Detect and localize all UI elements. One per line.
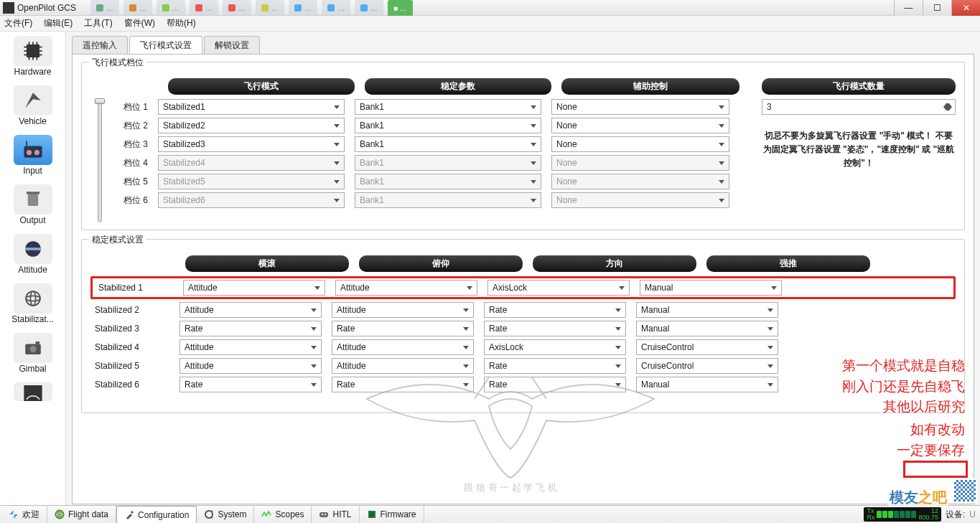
- sidebar-item-output[interactable]: Output: [0, 180, 65, 230]
- sidebar-item-stabilization[interactable]: Stabilizat...: [0, 279, 65, 329]
- yaw-combo[interactable]: Rate: [484, 302, 626, 318]
- roll-combo[interactable]: Attitude: [179, 339, 322, 355]
- yaw-combo[interactable]: Rate: [484, 377, 626, 392]
- menu-help[interactable]: 帮助(H): [167, 17, 196, 29]
- thrust-combo[interactable]: Manual: [636, 377, 778, 392]
- bank-combo[interactable]: Bank1: [355, 99, 541, 115]
- svg-point-33: [325, 514, 327, 516]
- chevron-down-icon: [311, 308, 317, 312]
- thrust-combo[interactable]: Manual: [636, 321, 778, 336]
- bank-combo: Bank1: [355, 155, 541, 171]
- tab-flight-mode[interactable]: 飞行模式设置: [129, 36, 202, 55]
- tab-rc-input[interactable]: 遥控输入: [72, 36, 128, 55]
- chevron-down-icon: [719, 143, 724, 146]
- qr-code-icon: [953, 479, 977, 503]
- pitch-combo[interactable]: Attitude: [332, 358, 474, 374]
- chevron-down-icon: [311, 383, 317, 387]
- maximize-button[interactable]: ☐: [923, 0, 951, 16]
- roll-combo[interactable]: Attitude: [183, 280, 325, 296]
- assist-combo[interactable]: None: [551, 118, 729, 133]
- assist-combo[interactable]: None: [551, 99, 729, 115]
- chevron-down-icon: [615, 327, 621, 331]
- mode-count-spinner[interactable]: 3: [762, 99, 956, 115]
- roll-combo[interactable]: Attitude: [179, 302, 322, 318]
- thrust-combo[interactable]: CruiseControl: [636, 358, 778, 374]
- roll-combo[interactable]: Rate: [179, 321, 322, 336]
- vehicle-icon: [14, 85, 52, 116]
- flight-mode-combo[interactable]: Stabilized1: [158, 99, 345, 115]
- stab-row-label: Stabilized 4: [90, 342, 169, 352]
- sidebar-label: Hardware: [0, 67, 65, 77]
- pitch-combo[interactable]: Rate: [332, 321, 474, 336]
- position-label: 档位 5: [109, 176, 148, 188]
- yaw-combo[interactable]: AxisLock: [484, 339, 626, 355]
- minimize-button[interactable]: —: [894, 0, 923, 16]
- svg-point-32: [322, 514, 324, 516]
- yaw-combo[interactable]: Rate: [484, 321, 626, 336]
- header-mode-count: 飞行模式数量: [762, 78, 956, 95]
- menu-window[interactable]: 窗件(W): [124, 17, 155, 29]
- close-button[interactable]: ✕: [951, 0, 980, 16]
- chevron-down-icon: [463, 327, 469, 331]
- chevron-down-icon: [615, 364, 621, 368]
- spin-up-icon[interactable]: [943, 101, 952, 107]
- bottom-tab-Configuration[interactable]: Configuration: [116, 506, 197, 523]
- warning-text: 切忌不要为多旋翼飞行器设置 "手动" 模式！ 不要为固定翼飞行器设置 "姿态"，…: [762, 129, 956, 171]
- menu-file[interactable]: 文件(F): [4, 17, 32, 29]
- bottom-tab-Firmware[interactable]: Firmware: [360, 506, 424, 523]
- annotation-1: 第一个模式就是自稳刚入门还是先自稳飞其他以后研究: [842, 356, 965, 418]
- chevron-down-icon: [314, 286, 320, 290]
- thrust-combo[interactable]: CruiseControl: [636, 339, 778, 355]
- sidebar-item-hardware[interactable]: Hardware: [0, 32, 65, 81]
- header-pitch: 俯仰: [359, 255, 523, 272]
- chevron-down-icon: [767, 327, 773, 331]
- chevron-down-icon: [334, 105, 340, 109]
- svg-rect-35: [370, 512, 374, 517]
- sidebar-item-vehicle[interactable]: Vehicle: [0, 81, 65, 131]
- spin-down-icon[interactable]: [943, 107, 952, 113]
- pitch-combo[interactable]: Attitude: [335, 280, 477, 296]
- menu-bar: 文件(F) 编辑(E) 工具(T) 窗件(W) 帮助(H): [0, 16, 980, 32]
- bottom-tab-欢迎[interactable]: 欢迎: [1, 506, 47, 523]
- position-label: 档位 3: [109, 138, 148, 151]
- chevron-down-icon: [767, 364, 773, 368]
- position-label: 档位 2: [109, 120, 148, 132]
- assist-combo: None: [551, 174, 729, 189]
- bottom-tab-HITL[interactable]: HITL: [312, 506, 359, 523]
- group-title: 飞行模式档位: [89, 57, 146, 69]
- flight-mode-combo[interactable]: Stabilized2: [158, 118, 345, 133]
- sidebar-item-input[interactable]: Input: [0, 131, 65, 180]
- pitch-combo[interactable]: Attitude: [332, 302, 474, 318]
- svg-point-15: [34, 150, 39, 155]
- bottom-tab-System[interactable]: System: [197, 506, 254, 523]
- roll-combo[interactable]: Attitude: [179, 358, 322, 374]
- pitch-combo[interactable]: Attitude: [332, 339, 474, 355]
- assist-combo[interactable]: None: [551, 136, 729, 152]
- yaw-combo[interactable]: AxisLock: [487, 280, 630, 296]
- sidebar-item-attitude[interactable]: Attitude: [0, 230, 65, 279]
- gauge-icon: [14, 382, 52, 401]
- thrust-combo[interactable]: Manual: [640, 280, 782, 296]
- position-row-6: 档位 6 Stabilized6 Bank1 None: [109, 192, 752, 208]
- pitch-combo[interactable]: Rate: [332, 377, 474, 392]
- menu-tools[interactable]: 工具(T): [84, 17, 112, 29]
- mode-count-value: 3: [767, 102, 772, 112]
- header-flight-mode: 飞行模式: [168, 78, 355, 95]
- thrust-combo[interactable]: Manual: [636, 302, 778, 318]
- bottom-tab-Scopes[interactable]: Scopes: [254, 506, 312, 523]
- sidebar-item-more[interactable]: [0, 378, 65, 406]
- gyro-icon: [14, 283, 52, 314]
- menu-edit[interactable]: 编辑(E): [44, 17, 73, 29]
- gcs-label: U: [969, 509, 976, 519]
- tab-arming[interactable]: 解锁设置: [204, 36, 260, 55]
- roll-combo[interactable]: Rate: [179, 377, 322, 392]
- stab-row-3: Stabilized 3 Rate Rate Rate Manual: [90, 321, 956, 336]
- bank-combo[interactable]: Bank1: [355, 118, 541, 133]
- sidebar-item-gimbal[interactable]: Gimbal: [0, 329, 65, 378]
- yaw-combo[interactable]: Rate: [484, 358, 626, 374]
- position-row-1: 档位 1 Stabilized1 Bank1 None: [109, 99, 752, 115]
- flight-mode-combo[interactable]: Stabilized3: [158, 136, 345, 152]
- bottom-tab-Flight data[interactable]: Flight data: [47, 506, 116, 523]
- chevron-down-icon: [467, 286, 472, 290]
- bank-combo[interactable]: Bank1: [355, 136, 541, 152]
